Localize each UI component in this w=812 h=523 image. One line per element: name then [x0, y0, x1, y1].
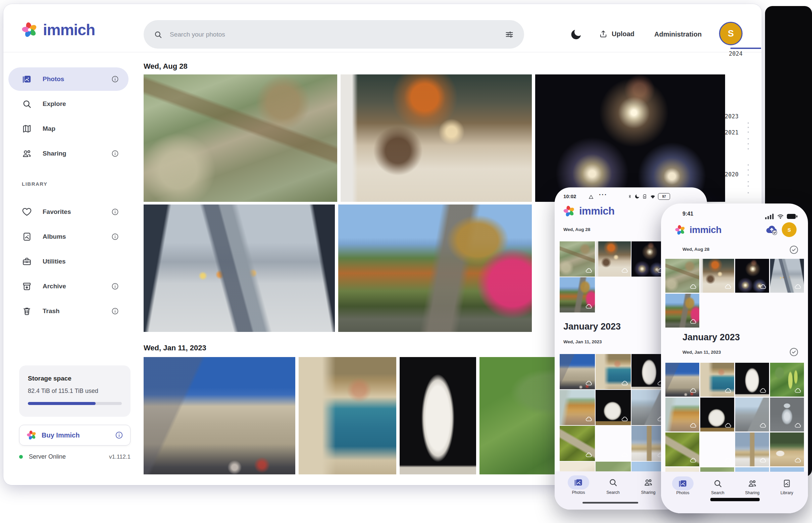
scrubber-tick-dot	[747, 174, 749, 176]
search-input[interactable]	[169, 31, 498, 39]
battery-icon: 97	[658, 193, 670, 200]
scrubber-tick-dot	[747, 185, 749, 187]
scrubber-tick-dot	[747, 164, 749, 166]
nav-item-label: Photos	[663, 490, 703, 495]
scrubber-tick-dot	[747, 127, 749, 128]
info-icon[interactable]	[115, 431, 123, 439]
cloud-sync-icon	[759, 457, 767, 464]
scrubber-year-2020[interactable]: 2020	[725, 171, 739, 178]
bluetooth-icon	[627, 194, 632, 199]
storage-progress-track	[28, 402, 122, 405]
sidebar-item-map[interactable]: Map	[8, 117, 128, 141]
trash-icon	[22, 306, 32, 316]
filter-sliders-icon[interactable]	[505, 30, 514, 39]
info-icon[interactable]	[111, 282, 119, 290]
sidebar-item-favorites[interactable]: Favorites	[8, 200, 128, 223]
cloud-sync-icon	[724, 387, 732, 394]
photo-thumbnail-fortress-walls[interactable]	[144, 357, 295, 474]
cloud-sync-icon	[794, 422, 801, 429]
sidebar-item-label: Archive	[42, 283, 66, 290]
search-icon	[154, 30, 162, 39]
heart-icon	[22, 207, 32, 217]
cloud-sync-icon	[621, 415, 628, 423]
photo-thumbnail-holding-hands[interactable]	[144, 204, 335, 332]
administration-link[interactable]: Administration	[654, 31, 702, 38]
buy-immich-label: Buy Immich	[41, 431, 80, 439]
search-icon	[608, 478, 618, 487]
photo-thumbnail-coastal-town[interactable]	[299, 357, 396, 474]
sim-missing-icon	[642, 194, 647, 199]
cloud-sync-icon	[621, 267, 628, 274]
sidebar-item-label: Albums	[42, 233, 66, 240]
logo-text: immich	[43, 21, 95, 39]
info-icon[interactable]	[111, 149, 119, 158]
server-status-label: Server Online	[29, 453, 66, 460]
photo-thumbnail-fireworks[interactable]	[535, 74, 725, 202]
sidebar-item-albums[interactable]: Albums	[8, 225, 128, 249]
nav-item-label: Sharing	[732, 490, 773, 495]
sidebar-item-explore[interactable]: Explore	[8, 92, 128, 116]
photo-thumbnail-lizard-on-moss-2	[595, 426, 631, 461]
sidebar-item-utilities[interactable]: Utilities	[8, 250, 128, 273]
photo-thumbnail-marble-bust-2	[700, 398, 734, 431]
scrubber-year-2024[interactable]: 2024	[729, 50, 743, 57]
photo-thumbnail-autumn-garden-path[interactable]	[338, 204, 532, 332]
nav-item-label: Photos	[558, 490, 599, 495]
sidebar-item-sharing[interactable]: Sharing	[8, 142, 128, 165]
photo-thumbnail-monkeys-at-zoo	[560, 241, 595, 276]
scrubber-tick-dot	[747, 122, 749, 124]
status-icons	[765, 212, 798, 220]
immich-flower-icon	[26, 430, 37, 440]
sidebar-item-label: Sharing	[42, 150, 66, 157]
photo-thumbnail-monkeys-at-zoo[interactable]	[144, 74, 337, 202]
cloud-sync-icon	[690, 283, 697, 290]
cloud-sync-icon	[585, 379, 592, 387]
mobile-mockup-iphone: 9:41immichSWed, Aug 28January 2023Wed, J…	[661, 203, 808, 513]
photo-thumbnail-alpine-village	[770, 432, 804, 466]
info-icon[interactable]	[111, 75, 119, 83]
photo-thumbnail-marble-bust[interactable]	[400, 357, 476, 474]
photo-thumbnail-winter-town	[735, 432, 769, 466]
info-icon[interactable]	[111, 233, 119, 241]
month-header: January 2023	[563, 322, 621, 332]
sidebar-item-archive[interactable]: Archive	[8, 274, 128, 298]
people-icon	[643, 478, 653, 487]
status-time: 9:41	[683, 211, 693, 217]
upload-button[interactable]: Upload	[599, 30, 635, 38]
archive-icon	[22, 281, 32, 291]
photo-thumbnail-autumn-garden-path	[560, 277, 595, 312]
cloud-backup-icon	[764, 223, 779, 236]
scrubber-tick-dot	[747, 181, 749, 182]
date-group-header: Wed, Jan 11, 2023	[563, 339, 602, 344]
sidebar-item-photos[interactable]: Photos	[8, 67, 128, 91]
wifi-icon	[650, 194, 656, 199]
dark-mode-toggle-moon-icon[interactable]	[570, 28, 583, 41]
cloud-sync-icon	[724, 422, 732, 429]
sidebar-item-trash[interactable]: Trash	[8, 300, 128, 323]
scrubber-year-2021[interactable]: 2021	[725, 129, 739, 136]
scrubber-position-marker	[730, 48, 761, 49]
search-icon	[22, 99, 32, 109]
user-avatar[interactable]: S	[719, 22, 743, 45]
cloud-sync-icon	[794, 283, 801, 290]
photo-thumbnail-coastal-town	[700, 363, 734, 397]
info-icon[interactable]	[111, 208, 119, 216]
upload-icon	[599, 30, 608, 38]
cloud-sync-icon	[585, 267, 592, 274]
search-bar[interactable]	[144, 20, 524, 49]
people-icon	[22, 148, 32, 159]
buy-immich-button[interactable]: Buy Immich	[19, 425, 131, 446]
immich-flower-icon	[674, 224, 686, 236]
photo-thumbnail-autumn-dinner-table[interactable]	[341, 74, 532, 202]
home-indicator	[583, 502, 638, 504]
cloud-sync-icon	[690, 387, 697, 394]
photo-thumbnail-autumn-dinner-table	[700, 259, 734, 293]
info-icon[interactable]	[111, 307, 119, 315]
cloud-sync-icon	[621, 451, 628, 458]
photo-thumbnail-marble-bust	[735, 363, 769, 397]
scrubber-year-2023[interactable]: 2023	[725, 113, 739, 120]
photo-thumbnail-sea-grapes	[770, 363, 804, 397]
logo-text: immich	[579, 205, 615, 217]
server-online-dot	[19, 455, 23, 458]
date-group-header: Wed, Aug 28	[683, 247, 709, 252]
